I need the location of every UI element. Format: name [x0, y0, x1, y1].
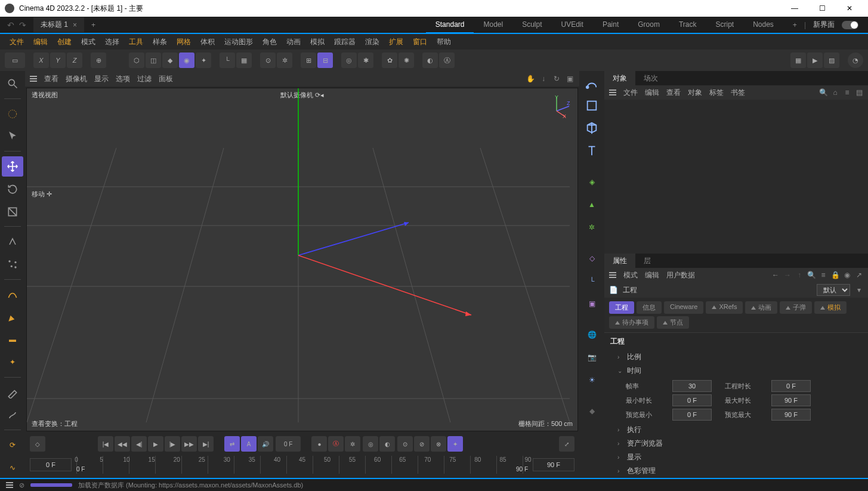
attr-tab-0[interactable]: 属性 — [604, 254, 635, 268]
render-icon-3[interactable]: ▨ — [824, 53, 839, 68]
misc-icon-3[interactable]: ✿ — [382, 53, 397, 68]
obj-menu-书签[interactable]: 书签 — [731, 88, 745, 98]
render-icon-2[interactable]: ▶ — [807, 53, 823, 68]
obj-search-icon[interactable]: 🔍 — [819, 88, 827, 97]
anim-tool-2-icon[interactable]: ∿ — [2, 458, 23, 478]
obj-globe-icon[interactable]: 🌐 — [582, 325, 601, 344]
document-tab[interactable]: 未标题 1 × — [33, 17, 84, 32]
attr-menu-icon[interactable] — [609, 272, 616, 278]
layout-toggle[interactable] — [842, 21, 858, 29]
menu-1[interactable]: 编辑 — [29, 35, 52, 50]
menu-17[interactable]: 帮助 — [432, 35, 456, 50]
attr-menu-用户数据[interactable]: 用户数据 — [666, 270, 695, 280]
attr-menu-编辑[interactable]: 编辑 — [645, 270, 659, 280]
menu-0[interactable]: 文件 — [5, 35, 29, 50]
scale-tool-icon[interactable] — [2, 202, 23, 222]
menu-11[interactable]: 动画 — [282, 35, 305, 50]
obj-menu-icon[interactable] — [609, 89, 616, 95]
obj-home-icon[interactable]: ⌂ — [831, 88, 839, 97]
viewport-menu-过滤[interactable]: 过滤 — [137, 74, 152, 84]
timeline-end-input[interactable] — [533, 458, 574, 471]
obj-expand-icon[interactable]: ▤ — [855, 88, 863, 97]
chip-工程[interactable]: 工程 — [609, 301, 634, 314]
key-opt-2[interactable]: ◐ — [379, 436, 395, 452]
misc-icon-6[interactable]: Ⓐ — [439, 53, 455, 68]
viewport-menu-选项[interactable]: 选项 — [116, 74, 130, 84]
menu-16[interactable]: 窗口 — [408, 35, 432, 50]
rec-icon-3[interactable]: ✲ — [345, 436, 360, 452]
attr-section-时间[interactable]: ⌄时间 — [604, 364, 868, 378]
shape-tool-icon[interactable]: ▬ — [2, 329, 23, 350]
viewport[interactable]: 透视视图 默认摄像机 ⟳◂ 移动 ✛ Y Z X — [26, 88, 578, 431]
menu-6[interactable]: 样条 — [148, 35, 172, 50]
obj-cube-icon[interactable] — [582, 119, 601, 138]
axis-x-button[interactable]: X — [33, 53, 49, 68]
auto-icon[interactable]: A — [241, 436, 257, 452]
attr-eye-icon[interactable]: ◉ — [843, 271, 851, 279]
sound-icon[interactable]: 🔊 — [258, 436, 273, 452]
menu-5[interactable]: 工具 — [124, 35, 148, 50]
menu-3[interactable]: 模式 — [76, 35, 100, 50]
obj-spline-icon[interactable] — [582, 73, 601, 92]
nav-forward-icon[interactable]: ↷ — [19, 20, 26, 30]
obj-effector-icon[interactable]: ✲ — [582, 218, 601, 237]
attr-fwd-icon[interactable]: → — [783, 271, 792, 279]
menu-14[interactable]: 渲染 — [360, 35, 384, 50]
input-preview_max[interactable] — [771, 409, 811, 421]
input-preview_min[interactable] — [672, 409, 712, 421]
rec-icon-1[interactable]: ● — [311, 436, 327, 452]
doc-tab-close-icon[interactable]: × — [73, 21, 77, 29]
obj-light-icon[interactable]: ☀ — [582, 370, 601, 390]
knot-tool-icon[interactable]: ✦ — [2, 352, 23, 372]
chip-待办事项[interactable]: 待办事项 — [609, 316, 654, 329]
layout-tab-paint[interactable]: Paint — [593, 17, 628, 33]
misc-icon-4[interactable]: ✺ — [399, 53, 414, 68]
minimize-button[interactable]: — — [781, 0, 808, 17]
prim-solid-icon[interactable]: ◆ — [162, 53, 178, 68]
obj-plane-icon[interactable] — [582, 96, 601, 115]
key-opt-6[interactable]: ✦ — [447, 436, 463, 452]
move-tool-icon[interactable] — [2, 156, 23, 177]
coord-icon-2[interactable]: ▦ — [236, 53, 252, 68]
menu-9[interactable]: 运动图形 — [220, 35, 258, 50]
prim-cube-icon[interactable]: ◫ — [146, 53, 161, 68]
prim-active-icon[interactable]: ◉ — [179, 53, 194, 68]
viewport-menu-查看[interactable]: 查看 — [44, 74, 58, 84]
attr-search-icon[interactable]: 🔍 — [807, 271, 816, 279]
attr-preset-dropdown-icon[interactable]: ▾ — [855, 286, 863, 294]
obj-menu-对象[interactable]: 对象 — [688, 88, 702, 98]
prim-hex-icon[interactable]: ⬡ — [129, 53, 144, 68]
attr-preset-select[interactable]: 默认 — [817, 284, 850, 296]
input-project_length[interactable] — [771, 380, 811, 392]
play-back-icon[interactable]: ◀| — [131, 436, 147, 452]
snap-icon-1[interactable]: ⊙ — [260, 53, 276, 68]
attr-section-比例[interactable]: ›比例 — [604, 350, 868, 364]
misc-icon-5[interactable]: ◐ — [422, 53, 438, 68]
axis-y-button[interactable]: Y — [50, 53, 66, 68]
layout-tab-sculpt[interactable]: Sculpt — [512, 17, 551, 33]
attr-lock-icon[interactable]: 🔒 — [831, 271, 839, 279]
obj-menu-文件[interactable]: 文件 — [623, 88, 638, 98]
anim-tool-icon[interactable]: ⟳ — [2, 435, 23, 455]
misc-icon-2[interactable]: ✱ — [358, 53, 373, 68]
pen-tool-icon[interactable] — [2, 307, 23, 328]
key-opt-3[interactable]: ⊙ — [397, 436, 413, 452]
timeline-start-input[interactable] — [30, 458, 72, 471]
menu-4[interactable]: 选择 — [100, 35, 124, 50]
menu-8[interactable]: 体积 — [196, 35, 220, 50]
scatter-tool-icon[interactable] — [2, 254, 23, 274]
current-frame-display[interactable]: 0 F — [276, 436, 301, 452]
menu-10[interactable]: 角色 — [258, 35, 282, 50]
input-min_time[interactable] — [672, 394, 712, 406]
next-key-icon[interactable]: ▶▶ — [181, 436, 197, 452]
obj-menu-标签[interactable]: 标签 — [709, 88, 724, 98]
obj-menu-编辑[interactable]: 编辑 — [645, 88, 659, 98]
attr-menu-模式[interactable]: 模式 — [623, 270, 638, 280]
nav-back-icon[interactable]: ↶ — [7, 20, 14, 30]
layout-tab-track[interactable]: Track — [669, 17, 706, 33]
close-button[interactable]: ✕ — [836, 0, 863, 17]
attr-filter-icon[interactable]: ≡ — [819, 271, 827, 279]
viewport-menu-摄像机[interactable]: 摄像机 — [66, 74, 87, 84]
input-frame_rate[interactable] — [672, 380, 712, 392]
vp-frame-icon[interactable]: ▣ — [565, 74, 574, 84]
